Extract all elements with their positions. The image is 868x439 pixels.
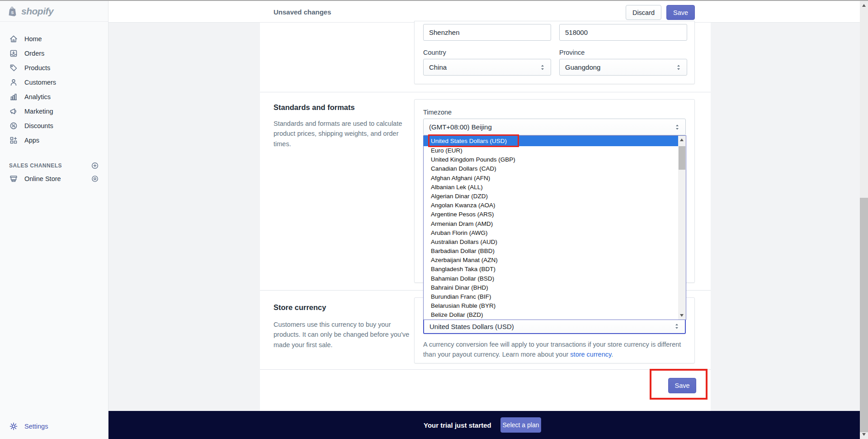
sidebar-item-label: Settings xyxy=(24,423,48,430)
orders-icon xyxy=(9,49,18,58)
province-label: Province xyxy=(559,49,585,56)
tag-icon xyxy=(9,63,18,72)
city-input[interactable] xyxy=(423,24,551,41)
province-select[interactable]: Guangdong xyxy=(559,59,687,76)
postal-code-input[interactable] xyxy=(559,24,687,41)
currency-option[interactable]: Barbadian Dollar (BBD) xyxy=(424,247,686,256)
currency-option[interactable]: Aruban Florin (AWG) xyxy=(424,229,686,238)
sidebar-item-label: Products xyxy=(24,64,50,72)
gear-icon xyxy=(9,422,18,431)
standards-description: Standards and formats are used to calcul… xyxy=(274,119,415,149)
province-select-value: Guangdong xyxy=(565,63,600,71)
sidebar-item-customers[interactable]: Customers xyxy=(0,75,108,90)
discard-button[interactable]: Discard xyxy=(626,5,661,20)
country-select[interactable]: China xyxy=(423,59,551,76)
currency-option[interactable]: Belarusian Ruble (BYR) xyxy=(424,301,686,310)
sidebar-item-label: Marketing xyxy=(24,108,53,115)
eye-icon[interactable] xyxy=(91,175,99,183)
store-currency-select[interactable]: United States Dollars (USD) xyxy=(423,319,686,334)
annotation-rect-save-button xyxy=(650,369,708,400)
page-scrollbar-thumb[interactable] xyxy=(860,198,868,432)
standards-heading: Standards and formats xyxy=(274,103,355,112)
currency-option[interactable]: United Kingdom Pounds (GBP) xyxy=(424,155,686,164)
add-channel-icon[interactable] xyxy=(91,162,99,170)
sidebar-item-label: Apps xyxy=(24,137,39,144)
timezone-label: Timezone xyxy=(423,109,452,116)
select-caret-icon xyxy=(676,64,681,71)
note-text: A currency conversion fee will apply to … xyxy=(423,341,681,358)
currency-option[interactable]: Armenian Dram (AMD) xyxy=(424,220,686,229)
store-currency-link[interactable]: store currency xyxy=(570,351,611,358)
sidebar-item-marketing[interactable]: Marketing xyxy=(0,104,108,119)
currency-dropdown-list: United States Dollars (USD)Euro (EUR)Uni… xyxy=(424,136,686,320)
shopify-logo[interactable]: S shopify xyxy=(0,1,108,22)
save-button-top[interactable]: Save xyxy=(666,5,695,20)
currency-option[interactable]: Afghan Afghani (AFN) xyxy=(424,174,686,183)
sales-channels-label: SALES CHANNELS xyxy=(9,162,91,169)
section-divider xyxy=(260,369,711,370)
currency-dropdown-popup: United States Dollars (USD)Euro (EUR)Uni… xyxy=(423,135,686,320)
currency-option[interactable]: Belize Dollar (BZD) xyxy=(424,310,686,320)
sidebar-item-label: Orders xyxy=(24,50,44,57)
currency-option[interactable]: Burundian Franc (BIF) xyxy=(424,292,686,301)
page-scrollbar[interactable] xyxy=(860,1,868,439)
currency-option[interactable]: Euro (EUR) xyxy=(424,146,686,155)
currency-option[interactable]: Angolan Kwanza (AOA) xyxy=(424,201,686,210)
sidebar-item-analytics[interactable]: Analytics xyxy=(0,90,108,104)
sidebar-item-home[interactable]: Home xyxy=(0,32,108,46)
bar-chart-icon xyxy=(9,92,18,101)
trial-footer-bar: Your trial just started Select a plan xyxy=(108,411,860,439)
select-caret-icon xyxy=(540,64,545,71)
sidebar-item-apps[interactable]: Apps xyxy=(0,133,108,148)
unsaved-changes-message: Unsaved changes xyxy=(274,1,331,23)
store-currency-description: Customers use this currency to buy your … xyxy=(274,320,415,350)
sidebar-item-label: Online Store xyxy=(24,175,91,182)
select-caret-icon xyxy=(674,323,679,329)
sidebar-nav: Home Orders Products Customers Analytics… xyxy=(0,32,108,148)
sidebar-item-online-store[interactable]: Online Store xyxy=(0,171,108,186)
shopify-bag-icon: S xyxy=(6,5,18,17)
sidebar-item-label: Customers xyxy=(24,79,56,86)
select-plan-button[interactable]: Select a plan xyxy=(500,417,541,433)
discount-badge-icon xyxy=(9,121,18,130)
currency-option[interactable]: Bahamian Dollar (BSD) xyxy=(424,274,686,283)
note-period: . xyxy=(611,351,613,358)
storefront-icon xyxy=(9,174,18,183)
sales-channels-header: SALES CHANNELS xyxy=(0,160,108,171)
currency-option[interactable]: Albanian Lek (ALL) xyxy=(424,183,686,192)
currency-option[interactable]: Bahraini Dinar (BHD) xyxy=(424,283,686,292)
currency-option[interactable]: Azerbaijani Manat (AZN) xyxy=(424,256,686,265)
person-icon xyxy=(9,78,18,87)
settings-content: Country Province China Guangdong Standar… xyxy=(108,23,860,411)
sidebar-item-discounts[interactable]: Discounts xyxy=(0,119,108,133)
annotation-rect-selected-option xyxy=(428,134,519,147)
contextual-save-bar: Unsaved changes Discard Save xyxy=(108,1,860,23)
currency-option[interactable]: Argentine Pesos (ARS) xyxy=(424,210,686,219)
sidebar: S shopify Home Orders Products Customers xyxy=(0,1,108,439)
scroll-down-arrow-icon[interactable] xyxy=(680,314,684,317)
currency-option[interactable]: Algerian Dinar (DZD) xyxy=(424,192,686,201)
sidebar-item-settings[interactable]: Settings xyxy=(0,419,108,434)
timezone-select[interactable]: (GMT+08:00) Beijing xyxy=(423,119,686,135)
sidebar-item-label: Home xyxy=(24,35,42,43)
section-divider xyxy=(260,92,711,92)
country-select-value: China xyxy=(429,63,447,71)
dropdown-scrollbar-thumb[interactable] xyxy=(679,146,685,170)
sidebar-item-products[interactable]: Products xyxy=(0,61,108,75)
scroll-up-arrow-icon[interactable] xyxy=(862,4,866,7)
currency-option[interactable]: Bangladesh Taka (BDT) xyxy=(424,265,686,274)
store-currency-heading: Store currency xyxy=(274,303,326,312)
currency-option[interactable]: Canadian Dollars (CAD) xyxy=(424,164,686,173)
scroll-up-arrow-icon[interactable] xyxy=(680,138,684,141)
country-label: Country xyxy=(423,49,446,56)
scroll-down-arrow-icon[interactable] xyxy=(862,433,866,436)
dropdown-scrollbar[interactable] xyxy=(678,136,686,320)
currency-option[interactable]: Australian Dollars (AUD) xyxy=(424,238,686,247)
store-currency-select-value: United States Dollars (USD) xyxy=(429,323,514,330)
select-caret-icon xyxy=(675,124,680,130)
trial-message: Your trial just started xyxy=(424,411,491,439)
svg-text:S: S xyxy=(11,10,14,14)
sidebar-item-orders[interactable]: Orders xyxy=(0,46,108,61)
currency-conversion-note: A currency conversion fee will apply to … xyxy=(423,339,694,360)
shopify-logo-text: shopify xyxy=(21,6,53,17)
